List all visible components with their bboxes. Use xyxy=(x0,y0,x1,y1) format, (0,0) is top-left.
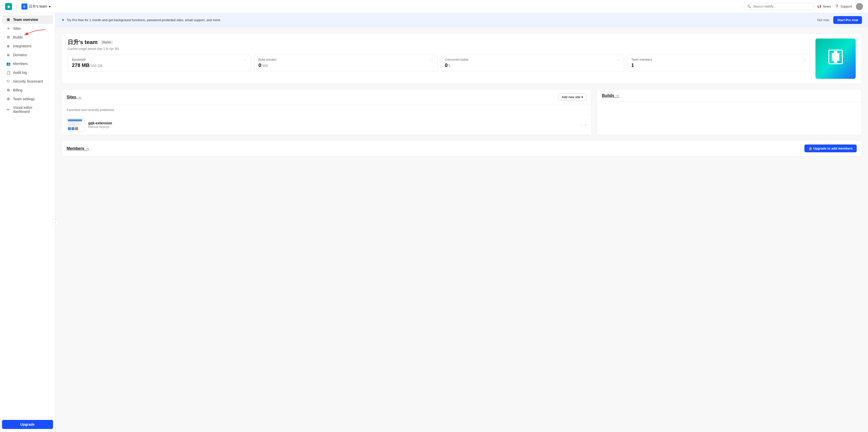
metric-label: Concurrent builds → xyxy=(445,58,620,61)
site-actions: ☆ › xyxy=(580,123,586,127)
builds-icon: ⚙ xyxy=(6,35,10,39)
collapse-sidebar-button[interactable]: ‹ xyxy=(52,220,58,226)
team-overview-icon: ⊞ xyxy=(6,18,10,22)
favorite-star-icon[interactable]: ☆ xyxy=(580,123,583,127)
sites-card-title[interactable]: Sites → xyxy=(67,95,82,99)
banner-star-icon: ✦ xyxy=(61,18,65,22)
sidebar-item-security-scorecard[interactable]: 🛡 Security Scorecard xyxy=(2,77,53,86)
sidebar: ⊞ Team overview ≡ Sites ⚙ Builds ⊕ Integ… xyxy=(0,13,55,432)
start-pro-button[interactable]: Start Pro trial xyxy=(833,16,862,24)
sidebar-item-label: Integrations xyxy=(13,44,31,48)
sidebar-item-team-overview[interactable]: ⊞ Team overview xyxy=(2,16,53,24)
sidebar-item-label: Billing xyxy=(13,88,22,92)
news-label: News xyxy=(823,4,831,8)
metric-item[interactable]: Bandwidth → 278 MB/100 GB xyxy=(68,55,251,71)
builds-card-title[interactable]: Builds → xyxy=(602,93,619,98)
search-bar[interactable]: 🔍 xyxy=(744,3,814,10)
news-button[interactable]: 📢 News xyxy=(817,4,831,8)
integrations-icon: ⊕ xyxy=(6,44,10,48)
top-nav: ◆ / E 日升's team ▾ 🔍 📢 News ❓ Support xyxy=(0,0,868,13)
news-icon: 📢 xyxy=(817,4,821,8)
sidebar-item-label: Team settings xyxy=(13,97,35,101)
sites-card-header: Sites → Add new site ▾ xyxy=(62,89,591,105)
builds-card: Builds → xyxy=(597,89,862,135)
sidebar-item-integrations[interactable]: ⊕ Integrations xyxy=(2,42,53,50)
promo-banner: ✦ Try Pro free for 1 month and get backg… xyxy=(55,13,868,27)
sidebar-item-label: Audit log xyxy=(13,70,27,75)
sidebar-item-label: Domains xyxy=(13,53,27,57)
sites-card: Sites → Add new site ▾ Favorited and rec… xyxy=(61,89,592,135)
netlify-logo-icon: ◆ xyxy=(5,3,12,10)
nav-divider: / xyxy=(16,4,17,9)
search-icon: 🔍 xyxy=(747,4,751,8)
support-icon: ❓ xyxy=(835,4,839,8)
add-new-site-button[interactable]: Add new site ▾ xyxy=(558,93,586,101)
team-selector[interactable]: E 日升's team ▾ xyxy=(21,3,51,9)
upgrade-button[interactable]: Upgrade xyxy=(2,420,53,429)
site-thumbnail-inner xyxy=(67,118,85,132)
team-dropdown-icon: ▾ xyxy=(49,4,51,8)
banner-message: Try Pro free for 1 month and get backgro… xyxy=(67,18,221,22)
team-info: 日升's team Starter Current usage period (… xyxy=(68,38,810,79)
team-name-heading: 日升's team Starter xyxy=(68,38,810,46)
sidebar-item-label: Security Scorecard xyxy=(13,79,43,83)
sidebar-item-audit-log[interactable]: 📋 Audit log xyxy=(2,68,53,77)
cards-row: Sites → Add new site ▾ Favorited and rec… xyxy=(61,89,862,135)
sites-card-subtitle: Favorited and recently published xyxy=(62,105,591,115)
metric-value: 1 xyxy=(631,62,806,68)
metric-arrow-icon: → xyxy=(617,58,620,61)
team-logo-area xyxy=(815,38,856,79)
sidebar-item-label: Members xyxy=(13,62,28,66)
site-name: gqk-extension xyxy=(88,121,576,125)
search-input[interactable] xyxy=(753,4,811,8)
svg-rect-2 xyxy=(834,51,837,63)
sidebar-item-members[interactable]: 👥 Members xyxy=(2,59,53,68)
upgrade-to-add-members-button[interactable]: 🔒 Upgrade to add members xyxy=(804,144,857,152)
not-now-button[interactable]: Not now xyxy=(817,18,829,22)
metric-value: 278 MB/100 GB xyxy=(72,62,247,68)
banner-text: ✦ Try Pro free for 1 month and get backg… xyxy=(61,18,817,22)
support-label: Support xyxy=(840,4,852,8)
metric-item[interactable]: Concurrent builds → 0/1 xyxy=(440,55,624,71)
sidebar-item-label: Visual editor dashboard xyxy=(13,106,49,114)
sites-icon: ≡ xyxy=(6,26,10,31)
banner-actions: Not now Start Pro trial xyxy=(817,16,862,24)
audit-log-icon: 📋 xyxy=(6,70,10,75)
metric-arrow-icon: → xyxy=(430,58,433,61)
members-icon: 👥 xyxy=(6,61,10,66)
visual-editor-icon: ✏ xyxy=(6,107,10,112)
members-title[interactable]: Members → xyxy=(67,146,90,151)
support-button[interactable]: ❓ Support xyxy=(835,4,852,8)
sidebar-item-team-settings[interactable]: ⚙ Team settings xyxy=(2,95,53,103)
site-list-item[interactable]: gqk-extension Manual deploys ☆ › xyxy=(62,115,591,135)
sidebar-item-label: Team overview xyxy=(13,18,38,22)
builds-card-header: Builds → xyxy=(597,89,862,102)
team-logo-icon xyxy=(827,48,844,69)
logo[interactable]: ◆ xyxy=(5,3,12,10)
sidebar-item-label: Sites xyxy=(13,26,21,30)
avatar[interactable] xyxy=(856,3,863,10)
metric-label: Team members → xyxy=(631,58,806,61)
team-name-nav: 日升's team xyxy=(29,4,47,9)
nav-actions: 📢 News ❓ Support xyxy=(817,3,863,10)
site-thumbnail xyxy=(67,118,85,132)
sidebar-item-builds[interactable]: ⚙ Builds xyxy=(2,33,53,41)
sidebar-item-billing[interactable]: ⚙ Billing xyxy=(2,86,53,94)
metric-item[interactable]: Team members → 1 xyxy=(627,55,811,71)
metric-value: 0/300 xyxy=(258,62,434,68)
domains-icon: ⊛ xyxy=(6,53,10,57)
metric-label: Build minutes → xyxy=(258,58,434,61)
chevron-right-icon: › xyxy=(585,123,586,127)
sidebar-item-sites[interactable]: ≡ Sites xyxy=(2,24,53,33)
sidebar-item-visual-editor[interactable]: ✏ Visual editor dashboard xyxy=(2,104,53,116)
content-inner: 日升's team Starter Current usage period (… xyxy=(55,27,868,163)
sidebar-item-domains[interactable]: ⊛ Domains xyxy=(2,51,53,59)
metric-value: 0/1 xyxy=(445,62,620,68)
plan-badge: Starter xyxy=(100,40,113,45)
metric-arrow-icon: → xyxy=(244,58,247,61)
usage-period: Current usage period (Apr 1 to Apr 30) xyxy=(68,47,810,51)
team-settings-icon: ⚙ xyxy=(6,97,10,101)
sidebar-nav: ⊞ Team overview ≡ Sites ⚙ Builds ⊕ Integ… xyxy=(0,13,55,416)
metric-item[interactable]: Build minutes → 0/300 xyxy=(254,55,438,71)
sidebar-item-label: Builds xyxy=(13,35,23,39)
